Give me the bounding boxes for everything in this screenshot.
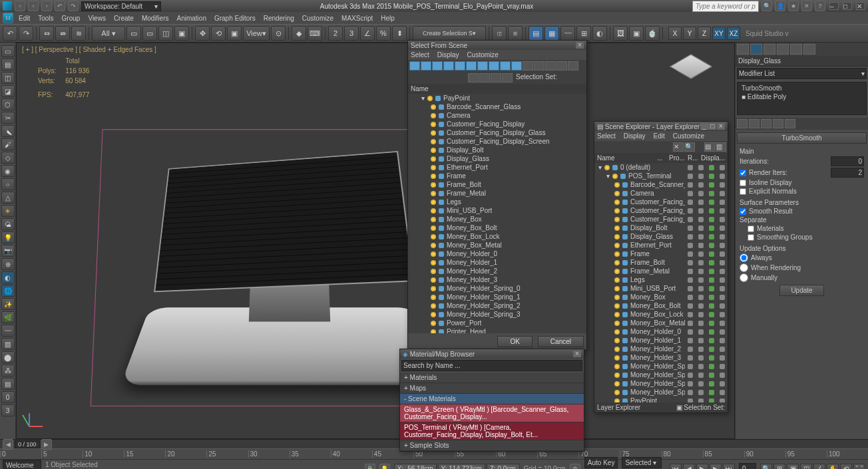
menu-modifiers[interactable]: Modifiers [138, 13, 173, 23]
le-item[interactable]: Money_Box_Lock [594, 310, 728, 319]
menu-animation[interactable]: Animation [172, 13, 210, 23]
sfs-item[interactable]: Money_Holder_1 [408, 258, 586, 267]
isoline-check[interactable] [740, 180, 746, 186]
ltool-light-icon[interactable]: 💡 [1, 232, 15, 243]
le-item[interactable]: Money_Holder_Spring_2 [594, 379, 728, 388]
sfs-filter-light-icon[interactable] [443, 61, 454, 71]
play-icon[interactable]: ▶ [696, 464, 708, 470]
le-item[interactable]: Barcode_Scanner_Glass [594, 180, 728, 189]
sfs-titlebar[interactable]: Select From Scene× [408, 41, 586, 50]
material-editor-button[interactable]: ◐ [592, 26, 607, 41]
le-menu-select[interactable]: Select [597, 132, 616, 140]
axis-xy-button[interactable]: XY [712, 27, 726, 40]
modifier-turbosmooth[interactable]: TurboSmooth [739, 84, 865, 92]
align-button[interactable]: ≡ [508, 26, 523, 41]
ltool-massfx-icon[interactable]: ⬤ [1, 351, 15, 363]
timeline-prev-icon[interactable]: ◀ [3, 439, 13, 450]
le-item[interactable]: Frame [594, 249, 728, 258]
le-item[interactable]: Frame_Metal [594, 267, 728, 275]
sfs-item[interactable]: Frame_Bolt [408, 180, 586, 189]
le-item[interactable]: Ethernet_Port [594, 241, 728, 249]
mb-group-scene[interactable]: - Scene Materials [400, 394, 584, 404]
orbit-icon[interactable]: ⟲ [840, 464, 852, 470]
sfs-filter-camera-icon[interactable] [455, 61, 465, 71]
sfs-col-name[interactable]: Name [408, 84, 586, 94]
sfs-view-c-icon[interactable] [556, 61, 567, 71]
le-close-icon[interactable]: × [717, 123, 725, 130]
sfs-item[interactable]: Money_Holder_Spring_3 [408, 310, 586, 319]
sfs-filter-all-icon[interactable] [409, 61, 420, 71]
sfs-close-icon[interactable]: × [576, 42, 584, 49]
sfs-item[interactable]: Barcode_Scanner_Glass [408, 102, 586, 111]
redo-button[interactable]: ↷ [19, 26, 33, 41]
modifier-editable-poly[interactable]: ■ Editable Poly [739, 92, 865, 101]
le-columns[interactable]: Name ... Pro... R... Displa... [594, 153, 728, 163]
ltool-hair-icon[interactable]: 〰 [1, 325, 15, 337]
le-menu-display[interactable]: Display [624, 132, 646, 140]
le-find-icon[interactable]: 🔍 [684, 142, 695, 152]
sfs-view-d-icon[interactable] [568, 61, 578, 71]
sfs-item[interactable]: Display_Glass [408, 154, 586, 163]
angle-snap-button[interactable]: ∠ [360, 26, 375, 41]
timeline-next-icon[interactable]: ▶ [41, 439, 52, 450]
le-item[interactable]: Display_Bolt [594, 224, 728, 232]
workspace-combo[interactable]: Workspace: Default▾ [81, 1, 161, 11]
le-item[interactable]: Money_Holder_1 [594, 336, 728, 345]
unlink-button[interactable]: ⇎ [55, 26, 70, 41]
sep-smoothing-check[interactable] [748, 234, 754, 241]
percent-snap-button[interactable]: % [376, 26, 391, 41]
render-setup-button[interactable]: 🖼 [613, 26, 628, 41]
tab-motion-icon[interactable] [777, 44, 789, 55]
tab-display-icon[interactable] [790, 44, 802, 55]
app-menu-icon[interactable]: M [3, 13, 13, 23]
le-item[interactable]: ▾POS_Terminal [594, 172, 728, 180]
le-item[interactable]: Money_Holder_Spring_0 [594, 362, 728, 371]
sfs-item[interactable]: Printer_Head [408, 327, 586, 333]
sfs-cancel-button[interactable]: Cancel [538, 336, 584, 347]
keyboard-shortcut-button[interactable]: ⌨ [308, 26, 322, 41]
object-name-field[interactable]: Display_Glass [736, 56, 868, 67]
ltool-constraint-icon[interactable]: ◇ [1, 152, 15, 164]
sfs-collapse-icon[interactable] [479, 73, 490, 82]
le-item[interactable]: Camera [594, 189, 728, 198]
ltool-msmooth-icon[interactable]: ○ [1, 178, 15, 190]
coord-y-field[interactable]: Y: 114,723cm [438, 464, 485, 469]
ltool-tessellate-icon[interactable]: △ [1, 192, 15, 204]
menu-customize[interactable]: Customize [298, 13, 337, 23]
sfs-sync-icon[interactable] [491, 73, 501, 82]
axis-x-button[interactable]: X [668, 27, 682, 40]
le-item[interactable]: Money_Box_Bolt [594, 301, 728, 310]
le-item[interactable]: Money_Holder_0 [594, 327, 728, 336]
select-manipulate-button[interactable]: ◆ [292, 26, 306, 41]
sfs-find-icon[interactable] [502, 73, 513, 82]
mb-scene-mat-1[interactable]: POS_Terminal ( VRayMtl ) [Camera, Custom… [400, 422, 584, 440]
menu-edit[interactable]: Edit [15, 13, 34, 23]
coord-x-field[interactable]: X: -56,18cm [394, 464, 437, 469]
ltool-listener-icon[interactable]: ▤ [1, 378, 15, 390]
mb-titlebar[interactable]: ◈ Material/Map Browser× [400, 349, 584, 359]
sfs-item[interactable]: Money_Box_Bolt [408, 224, 586, 232]
sfs-tree[interactable]: ▾PayPointBarcode_Scanner_GlassCameraCust… [408, 94, 586, 333]
le-item[interactable]: Display_Glass [594, 232, 728, 241]
le-addto-icon[interactable]: ▥ [716, 142, 726, 152]
sfs-expand-icon[interactable] [468, 73, 479, 82]
select-object-button[interactable]: ▭ [126, 26, 141, 41]
pivot-center-button[interactable]: ⊙ [271, 26, 286, 41]
ltool-select-name-icon[interactable]: ▤ [1, 59, 15, 71]
le-titlebar[interactable]: ▤ Scene Explorer - Layer Explorer _ □ × [594, 122, 728, 131]
ltool-detach-icon[interactable]: ◪ [1, 85, 15, 97]
mb-search-input[interactable]: Search by Name ... [401, 360, 582, 371]
render-button[interactable]: 🍵 [645, 26, 660, 41]
menu-tools[interactable]: Tools [34, 13, 57, 23]
adaptive-degradation-icon[interactable]: ⚙ [570, 464, 580, 470]
sfs-item[interactable]: Money_Holder_Spring_1 [408, 293, 586, 301]
next-frame-icon[interactable]: ▶ [710, 464, 722, 470]
ltool-cut-icon[interactable]: 🔪 [1, 125, 15, 137]
tab-modify-icon[interactable] [750, 44, 762, 55]
select-scale-button[interactable]: ▣ [227, 26, 242, 41]
exchange-icon[interactable]: ✕ [801, 1, 812, 11]
sfs-item[interactable]: Money_Box_Metal [408, 241, 586, 249]
help-search-input[interactable] [692, 1, 759, 12]
render-iters-check[interactable] [740, 170, 746, 176]
sfs-item[interactable]: Money_Holder_3 [408, 275, 586, 284]
